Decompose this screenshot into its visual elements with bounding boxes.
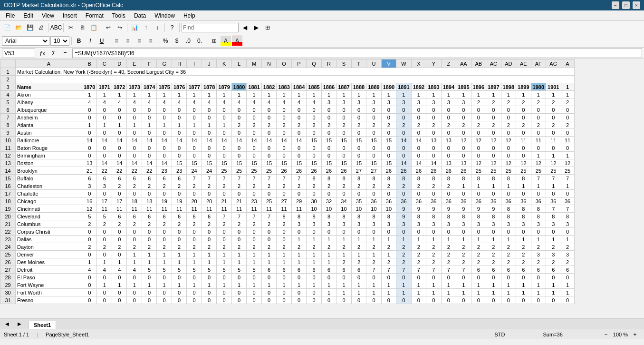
cell-16-7[interactable]: 2 xyxy=(187,182,202,190)
cell-15-25[interactable]: 8 xyxy=(456,175,471,182)
cell-23-11[interactable]: 0 xyxy=(247,236,261,243)
cell-22-5[interactable]: 0 xyxy=(157,228,172,236)
cell-22-21[interactable]: 0 xyxy=(396,228,411,236)
cell-31-21[interactable]: 0 xyxy=(396,296,411,304)
cell-12-18[interactable]: 0 xyxy=(351,152,366,159)
cell-14-30[interactable]: 25 xyxy=(531,167,546,175)
cell-13-25[interactable]: 13 xyxy=(456,159,471,167)
cell-30-27[interactable]: 1 xyxy=(486,289,501,296)
cell-30-28[interactable]: 1 xyxy=(501,289,516,296)
cell-27-19[interactable]: 7 xyxy=(366,266,381,274)
cell-11-22[interactable]: 0 xyxy=(411,144,426,152)
cell-19-3[interactable]: 11 xyxy=(127,205,142,213)
cell-4-2[interactable]: 1 xyxy=(112,91,126,99)
cell-24-13[interactable]: 2 xyxy=(277,243,291,251)
hdr-1893[interactable]: 1893 xyxy=(426,83,441,91)
name-12[interactable]: Birmingham xyxy=(16,152,82,159)
cell-7-9[interactable]: 0 xyxy=(217,114,231,121)
cell-4-9[interactable]: 1 xyxy=(217,91,231,99)
cell-6-29[interactable]: 0 xyxy=(516,106,531,114)
cell-10-7[interactable]: 14 xyxy=(187,137,202,144)
cell-27-7[interactable]: 5 xyxy=(187,266,202,274)
cell-6-4[interactable]: 0 xyxy=(142,106,156,114)
cell-21-29[interactable]: 3 xyxy=(516,220,531,228)
cell-31-22[interactable]: 0 xyxy=(411,296,426,304)
name-28[interactable]: El Paso xyxy=(16,274,82,281)
cell-12-17[interactable]: 0 xyxy=(336,152,351,159)
cell-29-14[interactable]: 1 xyxy=(291,281,306,289)
cell-20-2[interactable]: 6 xyxy=(112,213,126,220)
cell-7-31[interactable]: 0 xyxy=(546,114,561,121)
cell-15-7[interactable]: 7 xyxy=(187,175,202,182)
cell-20-13[interactable]: 8 xyxy=(277,213,291,220)
cell-5-12[interactable]: 4 xyxy=(261,99,276,106)
cell-28-6[interactable]: 0 xyxy=(172,274,186,281)
cell-26-30[interactable]: 2 xyxy=(531,258,546,266)
cell-8-19[interactable]: 2 xyxy=(366,121,381,129)
cell-13-6[interactable]: 15 xyxy=(172,159,186,167)
spellcheck-button[interactable]: ABC xyxy=(51,22,61,33)
cell-31-1[interactable]: 0 xyxy=(97,296,112,304)
cell-21-23[interactable]: 3 xyxy=(426,220,441,228)
cell-26-1[interactable]: 1 xyxy=(97,258,112,266)
cell-8-27[interactable]: 2 xyxy=(486,121,501,129)
cell-28-14[interactable]: 0 xyxy=(291,274,306,281)
cell-9-19[interactable]: 0 xyxy=(366,129,381,137)
cell-21-20[interactable]: 3 xyxy=(381,220,396,228)
cell-22-10[interactable]: 0 xyxy=(231,228,246,236)
cell-21-22[interactable]: 3 xyxy=(411,220,426,228)
cell-15-27[interactable]: 8 xyxy=(486,175,501,182)
cell-24-21[interactable]: 2 xyxy=(396,243,411,251)
cell-31-12[interactable]: 0 xyxy=(261,296,276,304)
cell-21-0[interactable]: 2 xyxy=(82,220,97,228)
cell-27-26[interactable]: 6 xyxy=(471,266,486,274)
cell-21-21[interactable]: 3 xyxy=(396,220,411,228)
cell-12-9[interactable]: 0 xyxy=(217,152,231,159)
cell-17-23[interactable]: 0 xyxy=(426,190,441,197)
open-button[interactable]: 📂 xyxy=(13,22,24,33)
cell-13-16[interactable]: 15 xyxy=(321,159,336,167)
name-29[interactable]: Fort Wayne xyxy=(16,281,82,289)
cell-18-22[interactable]: 36 xyxy=(411,197,426,205)
cell-26-25[interactable]: 2 xyxy=(456,258,471,266)
col-O[interactable]: O xyxy=(277,59,291,68)
name-8[interactable]: Atlanta xyxy=(16,121,82,129)
hdr-1870[interactable]: 1870 xyxy=(82,83,97,91)
cell-18-25[interactable]: 36 xyxy=(456,197,471,205)
cell-30-3[interactable]: 0 xyxy=(127,289,142,296)
cell-28-26[interactable]: 0 xyxy=(471,274,486,281)
cell-26-18[interactable]: 2 xyxy=(351,258,366,266)
cell-23-5[interactable]: 0 xyxy=(157,236,172,243)
cell-27-30[interactable]: 6 xyxy=(531,266,546,274)
cell-10-14[interactable]: 14 xyxy=(291,137,306,144)
col-H[interactable]: H xyxy=(172,59,186,68)
hdr-1898[interactable]: 1898 xyxy=(501,83,516,91)
cell-23-17[interactable]: 1 xyxy=(336,236,351,243)
cell-8-32[interactable]: 2 xyxy=(561,121,574,129)
hdr-1899[interactable]: 1899 xyxy=(516,83,531,91)
cell-7-29[interactable]: 0 xyxy=(516,114,531,121)
cell-18-4[interactable]: 18 xyxy=(142,197,156,205)
cell-13-0[interactable]: 13 xyxy=(82,159,97,167)
hdr-1874[interactable]: 1874 xyxy=(142,83,156,91)
cell-24-12[interactable]: 2 xyxy=(261,243,276,251)
col-F[interactable]: F xyxy=(142,59,156,68)
cell-6-23[interactable]: 0 xyxy=(426,106,441,114)
cell-8-31[interactable]: 2 xyxy=(546,121,561,129)
cell-18-12[interactable]: 25 xyxy=(261,197,276,205)
cell-13-1[interactable]: 14 xyxy=(97,159,112,167)
cell-23-25[interactable]: 1 xyxy=(456,236,471,243)
cell-30-32[interactable]: 1 xyxy=(561,289,574,296)
cell-23-8[interactable]: 0 xyxy=(202,236,216,243)
cell-5-30[interactable]: 2 xyxy=(531,99,546,106)
name-13[interactable]: Boston xyxy=(16,159,82,167)
cell-11-0[interactable]: 0 xyxy=(82,144,97,152)
cell-21-8[interactable]: 2 xyxy=(202,220,216,228)
cell-13-22[interactable]: 14 xyxy=(411,159,426,167)
cell-8-7[interactable]: 1 xyxy=(187,121,202,129)
col-U[interactable]: U xyxy=(366,59,381,68)
col-N[interactable]: N xyxy=(261,59,276,68)
cell-25-27[interactable]: 2 xyxy=(486,251,501,258)
cell-4-25[interactable]: 1 xyxy=(456,91,471,99)
col-E[interactable]: E xyxy=(127,59,142,68)
